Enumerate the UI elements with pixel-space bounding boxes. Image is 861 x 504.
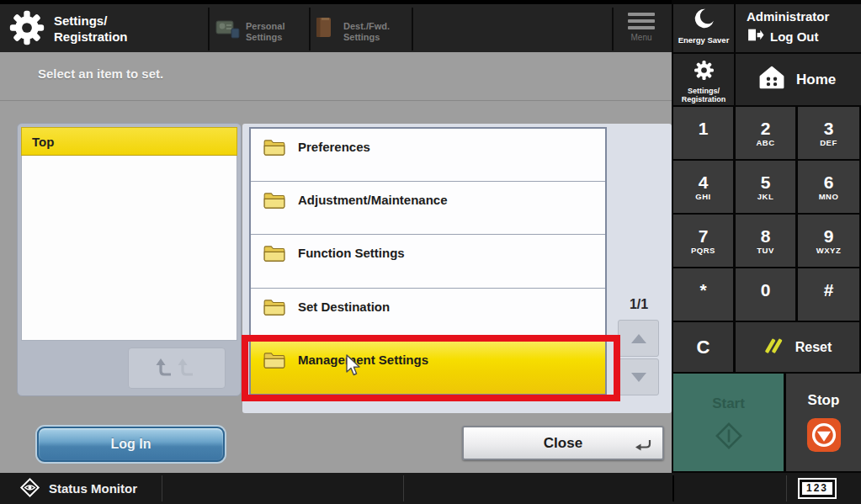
status-monitor-icon	[19, 476, 41, 501]
folder-label: Set Destination	[298, 298, 390, 314]
folder-item-management-settings[interactable]: Management Settings	[251, 342, 605, 394]
personal-settings-button[interactable]: Personal Settings	[215, 16, 308, 50]
moon-icon	[693, 18, 715, 32]
statusbar-divider	[786, 475, 787, 501]
status-monitor-button[interactable]: Status Monitor	[0, 473, 137, 504]
stop-key[interactable]: Stop	[786, 374, 861, 471]
topbar-divider	[309, 8, 311, 50]
keypad-key-0[interactable]: 0	[736, 268, 795, 321]
folder-label: Management Settings	[298, 351, 428, 367]
gear-icon	[694, 69, 715, 83]
stop-icon	[806, 441, 842, 455]
triangle-up-icon	[631, 334, 646, 343]
log-in-button[interactable]: Log In	[37, 427, 225, 462]
energy-saver-button[interactable]: Energy Saver	[673, 4, 734, 52]
page-up-button[interactable]	[618, 320, 659, 357]
log-in-label: Log In	[111, 437, 151, 452]
address-book-icon	[315, 16, 333, 42]
keypad-key-2[interactable]: 2ABC	[736, 107, 795, 159]
close-label: Close	[544, 435, 582, 452]
status-monitor-label: Status Monitor	[49, 481, 137, 496]
settings-list-panel: Preferences Adjustment/Maintenance	[242, 124, 672, 413]
keypad-key-4[interactable]: 4GHI	[673, 161, 733, 213]
keypad-key-8[interactable]: 8TUV	[736, 215, 795, 267]
stop-label: Stop	[786, 392, 861, 409]
keypad-key-6[interactable]: 6MNO	[798, 161, 859, 213]
folder-item-preferences[interactable]: Preferences	[251, 129, 605, 182]
settings-registration-tab-label: Settings/ Registration	[673, 87, 734, 103]
dest-fwd-settings-label: Dest./Fwd. Settings	[343, 21, 390, 43]
keypad-key-star[interactable]: *	[673, 268, 733, 321]
hard-key-panel: Energy Saver Administrator Log Out	[672, 0, 861, 504]
page-title: Settings/ Registration	[54, 13, 128, 45]
clear-key[interactable]: C	[673, 322, 733, 372]
log-out-icon	[747, 28, 764, 45]
settings-gear-icon	[8, 9, 45, 50]
folder-icon	[263, 298, 286, 321]
topbar-divider	[412, 8, 413, 50]
menu-button[interactable]: Menu	[621, 13, 662, 53]
user-name: Administrator	[747, 9, 861, 24]
counter-check-label: 123	[801, 481, 833, 496]
settings-registration-tab[interactable]: Settings/ Registration	[673, 54, 734, 105]
folder-icon	[263, 138, 286, 161]
reset-key[interactable]: Reset	[736, 322, 859, 372]
folder-label: Adjustment/Maintenance	[298, 191, 448, 207]
folder-icon	[263, 351, 286, 374]
home-button[interactable]: Home	[736, 54, 861, 105]
start-label: Start	[673, 395, 784, 412]
return-arrow-icon	[634, 438, 652, 453]
folder-label: Preferences	[298, 138, 370, 154]
divider	[0, 100, 672, 101]
folder-icon	[263, 244, 286, 267]
triangle-down-icon	[631, 373, 646, 382]
personal-settings-icon	[215, 18, 241, 43]
up-level-icon	[154, 357, 199, 380]
tree-body	[21, 156, 237, 341]
reset-label: Reset	[795, 340, 832, 355]
start-key[interactable]: Start	[673, 374, 784, 471]
page-indicator: 1/1	[618, 297, 660, 312]
log-out-label: Log Out	[770, 29, 818, 44]
statusbar-divider	[403, 475, 404, 501]
keypad-key-1[interactable]: 1	[673, 107, 733, 159]
log-out-button[interactable]: Log Out	[747, 28, 861, 45]
folder-item-function-settings[interactable]: Function Settings	[251, 235, 605, 288]
statusbar-divider	[672, 475, 674, 501]
tree-root-item[interactable]: Top	[21, 127, 237, 156]
dest-fwd-settings-button[interactable]: Dest./Fwd. Settings	[315, 14, 407, 50]
folder-item-set-destination[interactable]: Set Destination	[251, 289, 605, 342]
page-down-button[interactable]	[618, 358, 659, 395]
personal-settings-label: Personal Settings	[246, 21, 284, 43]
folder-item-adjustment-maintenance[interactable]: Adjustment/Maintenance	[251, 182, 605, 235]
keypad-key-hash[interactable]: #	[798, 268, 859, 321]
hamburger-menu-icon	[621, 13, 662, 29]
close-button[interactable]: Close	[462, 426, 664, 460]
keypad-key-5[interactable]: 5JKL	[736, 161, 795, 213]
topbar-divider	[208, 8, 210, 50]
keypad-key-3[interactable]: 3DEF	[798, 107, 859, 159]
instruction-text: Select an item to set.	[38, 66, 163, 81]
settings-folder-list: Preferences Adjustment/Maintenance	[249, 127, 607, 395]
start-diamond-icon	[709, 444, 749, 459]
settings-registration-screen: Settings/ Registration Personal Settings	[0, 0, 861, 504]
folder-label: Function Settings	[298, 244, 405, 260]
logged-in-user-cell[interactable]: Administrator Log Out	[736, 4, 861, 52]
home-icon	[759, 66, 784, 93]
energy-saver-label: Energy Saver	[673, 35, 734, 45]
menu-label: Menu	[621, 33, 662, 42]
keypad-key-9[interactable]: 9WXYZ	[798, 215, 859, 267]
reset-slashes-icon	[763, 337, 785, 358]
status-bar: Status Monitor 123	[0, 473, 861, 504]
up-one-level-button[interactable]	[128, 347, 226, 389]
folder-icon	[263, 191, 286, 214]
settings-tree-panel: Top	[17, 123, 242, 396]
home-label: Home	[796, 72, 836, 88]
topbar-divider	[612, 8, 614, 50]
counter-check-button[interactable]: 123	[798, 478, 837, 499]
statusbar-divider	[162, 475, 162, 501]
keypad-key-7[interactable]: 7PQRS	[673, 215, 733, 267]
